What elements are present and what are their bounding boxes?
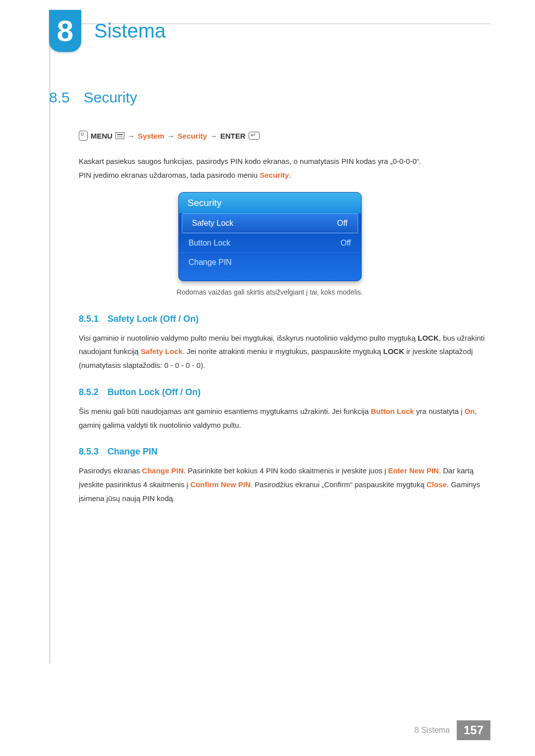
sub-heading-change-pin: 8.5.3 Change PIN xyxy=(79,447,490,457)
osd-panel: Security Safety Lock Off Button Lock Off… xyxy=(178,192,362,281)
section-title: Security xyxy=(84,89,137,106)
menu-path: MENU → System → Security → ENTER xyxy=(79,131,490,141)
osd-value: Off xyxy=(337,219,347,228)
section-heading: 8.5 Security xyxy=(49,89,490,106)
sub-num: 8.5.3 xyxy=(79,447,99,457)
sub-heading-button-lock: 8.5.2 Button Lock (Off / On) xyxy=(79,387,490,398)
t: Button Lock xyxy=(371,407,414,415)
sub-title: Safety Lock (Off / On) xyxy=(107,314,199,324)
t: Pasirodys ekranas xyxy=(79,466,142,475)
footer: 8 Sistema 157 xyxy=(415,720,490,740)
osd-row-button-lock: Button Lock Off xyxy=(179,233,361,252)
intro-line2a: PIN įvedimo ekranas uždaromas, tada pasi… xyxy=(79,171,260,179)
t: yra nustatyta į xyxy=(414,407,465,415)
intro-line2c: . xyxy=(289,171,291,179)
arrow-icon: → xyxy=(210,132,217,140)
osd-row-safety-lock: Safety Lock Off xyxy=(182,213,358,233)
osd-row-change-pin: Change PIN xyxy=(179,252,361,272)
t: LOCK xyxy=(383,347,404,355)
chapter-badge: 8 xyxy=(49,10,81,52)
osd-label: Safety Lock xyxy=(192,219,234,228)
intro-line1: Kaskart pasiekus saugos funkcijas, pasir… xyxy=(79,157,421,165)
t: Close xyxy=(427,480,447,489)
remote-icon xyxy=(79,131,88,141)
sub-num: 8.5.1 xyxy=(79,314,99,324)
osd-value: Off xyxy=(340,239,351,248)
sub-body-change-pin: Pasirodys ekranas Change PIN. Pasirinkit… xyxy=(79,464,490,505)
section-number: 8.5 xyxy=(49,89,70,106)
arrow-icon: → xyxy=(127,132,135,140)
t: LOCK xyxy=(418,334,439,342)
arrow-icon: → xyxy=(167,132,175,140)
footer-label: 8 Sistema xyxy=(415,726,457,735)
sub-heading-safety-lock: 8.5.1 Safety Lock (Off / On) xyxy=(79,314,490,324)
chapter-title: Sistema xyxy=(94,20,166,42)
t: . Pasirodžius ekranui „Confirm“ paspausk… xyxy=(251,480,427,489)
nav-enter: ENTER xyxy=(220,132,246,140)
t: Visi gaminio ir nuotolinio valdymo pulto… xyxy=(79,334,418,342)
enter-icon xyxy=(249,132,260,140)
osd-caption: Rodomas vaizdas gali skirtis atsižvelgia… xyxy=(49,288,490,296)
nav-system: System xyxy=(138,132,164,140)
sub-title: Button Lock (Off / On) xyxy=(107,387,201,398)
footer-page: 157 xyxy=(457,720,490,740)
intro-paragraph: Kaskart pasiekus saugos funkcijas, pasir… xyxy=(79,154,490,182)
t: Safety Lock xyxy=(141,347,182,355)
osd-title: Security xyxy=(179,193,361,213)
osd-label: Change PIN xyxy=(189,258,232,267)
t: . Pasirinkite bet kokius 4 PIN kodo skai… xyxy=(184,466,388,475)
sub-body-safety-lock: Visi gaminio ir nuotolinio valdymo pulto… xyxy=(79,331,490,372)
osd-label: Button Lock xyxy=(189,239,231,248)
intro-line2b: Security xyxy=(260,171,289,179)
sub-body-button-lock: Šis meniu gali būti naudojamas ant gamin… xyxy=(79,404,490,432)
menu-icon xyxy=(115,132,124,139)
sub-title: Change PIN xyxy=(107,447,158,457)
sub-num: 8.5.2 xyxy=(79,387,99,398)
t: Šis meniu gali būti naudojamas ant gamin… xyxy=(79,407,371,415)
t: On xyxy=(465,407,475,415)
t: . Jei norite atrakinti meniu ir mygtukus… xyxy=(182,347,383,355)
t: Enter New PIN xyxy=(388,466,439,475)
nav-security: Security xyxy=(178,132,207,140)
nav-menu: MENU xyxy=(91,132,112,140)
t: Change PIN xyxy=(142,466,184,475)
t: Confirm New PIN xyxy=(190,480,251,489)
